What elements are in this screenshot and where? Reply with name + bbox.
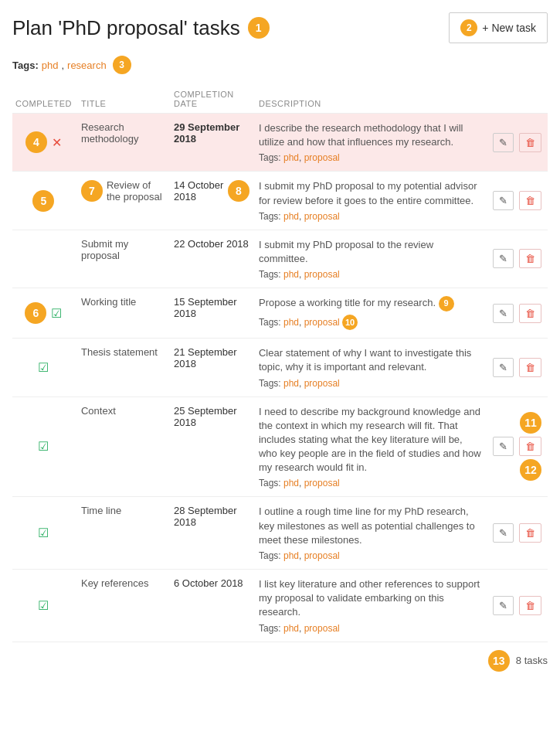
tag-link-phd[interactable]: phd bbox=[283, 550, 299, 561]
actions-cell: ✎ 🗑 bbox=[487, 230, 548, 288]
tag-link-phd[interactable]: phd bbox=[283, 623, 299, 634]
new-task-button[interactable]: 2 + New task bbox=[449, 12, 548, 43]
task-title: Key references bbox=[81, 577, 148, 589]
col-header-actions bbox=[487, 85, 548, 114]
tag-link-proposal[interactable]: proposal bbox=[304, 317, 340, 328]
page-title-badge: 1 bbox=[248, 17, 270, 39]
table-row: ☑Time line28 September 2018I outline a r… bbox=[12, 497, 548, 570]
delete-button[interactable]: 🗑 bbox=[519, 304, 541, 323]
date-cell: 25 September 2018 bbox=[171, 397, 256, 497]
new-task-badge: 2 bbox=[460, 19, 477, 36]
date-cell: 21 September 2018 bbox=[171, 339, 256, 397]
tag-link-proposal[interactable]: proposal bbox=[304, 211, 340, 222]
check-ok-icon: ☑ bbox=[38, 598, 49, 613]
task-description: Clear statement of why I want to investi… bbox=[259, 346, 481, 374]
edit-button[interactable]: ✎ bbox=[493, 596, 514, 615]
tasks-table: COMPLETED TITLE COMPLETION DATE DESCRIPT… bbox=[12, 85, 548, 642]
title-cell: Working title bbox=[78, 288, 171, 339]
date-cell: 14 October 2018 8 bbox=[171, 172, 256, 230]
task-tags: Tags: phd, proposal bbox=[259, 269, 481, 280]
delete-button[interactable]: 🗑 bbox=[519, 523, 541, 543]
check-ok-icon: ☑ bbox=[38, 360, 49, 375]
tag-link-proposal[interactable]: proposal bbox=[304, 623, 340, 634]
task-description: I submit my PhD proposal to my potential… bbox=[259, 179, 481, 207]
check-ok-icon: ☑ bbox=[51, 306, 62, 321]
completed-cell: ☑ bbox=[12, 339, 78, 397]
tag-link-proposal[interactable]: proposal bbox=[304, 478, 340, 488]
completed-cell bbox=[12, 230, 78, 288]
actions-cell: ✎ 🗑 bbox=[487, 288, 548, 339]
check-ok-icon: ☑ bbox=[38, 439, 49, 454]
completed-cell: ☑ bbox=[12, 397, 78, 497]
task-date: 22 October 2018 bbox=[174, 238, 249, 250]
task-date: 15 September 2018 bbox=[174, 296, 237, 319]
description-cell: I need to describe my background knowled… bbox=[256, 397, 487, 497]
table-row: ☑Context25 September 2018I need to descr… bbox=[12, 397, 548, 497]
actions-cell: ✎ 🗑 bbox=[487, 570, 548, 642]
task-tags: Tags: phd, proposal bbox=[259, 152, 481, 163]
task-title: Context bbox=[81, 405, 116, 417]
tag-link-phd[interactable]: phd bbox=[283, 317, 299, 328]
col-header-description: DESCRIPTION bbox=[256, 85, 487, 114]
tag-link-phd[interactable]: phd bbox=[283, 378, 299, 389]
check-x-icon: ✕ bbox=[52, 135, 62, 150]
description-cell: Propose a working title for my research.… bbox=[256, 288, 487, 339]
description-cell: Clear statement of why I want to investi… bbox=[256, 339, 487, 397]
actions-cell: ✎ 🗑 bbox=[487, 114, 548, 172]
page-title: Plan 'PhD proposal' tasks bbox=[12, 16, 240, 40]
desc-badge: 9 bbox=[439, 296, 454, 311]
edit-button[interactable]: ✎ bbox=[493, 523, 514, 543]
date-cell: 28 September 2018 bbox=[171, 497, 256, 570]
title-cell: Thesis statement bbox=[78, 339, 171, 397]
tag-link-phd[interactable]: phd bbox=[283, 478, 299, 488]
tags-section-badge: 3 bbox=[113, 56, 131, 74]
task-tags: Tags: phd, proposal bbox=[259, 378, 481, 389]
description-cell: I submit my PhD proposal to the review c… bbox=[256, 230, 487, 288]
edit-button[interactable]: ✎ bbox=[493, 437, 514, 456]
task-description: I need to describe my background knowled… bbox=[259, 405, 481, 475]
edit-button[interactable]: ✎ bbox=[493, 191, 514, 210]
footer-action-badge: 12 bbox=[520, 459, 541, 481]
tag-link-phd[interactable]: phd bbox=[283, 152, 299, 163]
completed-cell: ☑ bbox=[12, 497, 78, 570]
delete-button[interactable]: 🗑 bbox=[519, 358, 541, 377]
delete-button[interactable]: 🗑 bbox=[519, 249, 541, 268]
footer-count: 8 tasks bbox=[516, 655, 548, 666]
edit-button[interactable]: ✎ bbox=[493, 249, 514, 268]
tags-label: Tags: bbox=[12, 60, 39, 71]
task-date: 25 September 2018 bbox=[174, 405, 237, 428]
tag-link-proposal[interactable]: proposal bbox=[304, 152, 340, 163]
delete-button[interactable]: 🗑 bbox=[519, 133, 541, 152]
task-title: Submit my proposal bbox=[81, 238, 128, 261]
tag-link-phd[interactable]: phd bbox=[283, 211, 299, 222]
task-title: Thesis statement bbox=[81, 346, 158, 358]
date-cell: 15 September 2018 bbox=[171, 288, 256, 339]
edit-button[interactable]: ✎ bbox=[493, 304, 514, 323]
tag-link-phd[interactable]: phd bbox=[283, 269, 299, 280]
tag-link-proposal[interactable]: proposal bbox=[304, 550, 340, 561]
table-row: ☑Thesis statement21 September 2018Clear … bbox=[12, 339, 548, 397]
task-date: 14 October 2018 bbox=[174, 179, 224, 203]
tag-link-proposal[interactable]: proposal bbox=[304, 378, 340, 389]
completed-cell: ☑ bbox=[12, 570, 78, 642]
tag-phd[interactable]: phd bbox=[42, 60, 59, 71]
completed-cell: 5 bbox=[12, 172, 78, 230]
tag-research[interactable]: research bbox=[67, 60, 107, 71]
title-cell: Research methodology bbox=[78, 114, 171, 172]
description-cell: I describe the research methodology that… bbox=[256, 114, 487, 172]
tag-link-proposal[interactable]: proposal bbox=[304, 269, 340, 280]
table-row: 4✕Research methodology29 September 2018I… bbox=[12, 114, 548, 172]
check-ok-icon: ☑ bbox=[38, 526, 49, 540]
delete-button[interactable]: 🗑 bbox=[519, 191, 541, 210]
tags-row: Tags: phd, research 3 bbox=[12, 56, 548, 74]
table-row: 6☑Working title15 September 2018Propose … bbox=[12, 288, 548, 339]
edit-button[interactable]: ✎ bbox=[493, 133, 514, 152]
delete-button[interactable]: 🗑 bbox=[519, 437, 541, 456]
delete-button[interactable]: 🗑 bbox=[519, 596, 541, 615]
completed-cell: 4✕ bbox=[12, 114, 78, 172]
row-badge-4: 4 bbox=[25, 131, 47, 153]
col-header-title: TITLE bbox=[78, 85, 171, 114]
title-cell: Submit my proposal bbox=[78, 230, 171, 288]
edit-button[interactable]: ✎ bbox=[493, 358, 514, 377]
task-description: I submit my PhD proposal to the review c… bbox=[259, 238, 481, 266]
